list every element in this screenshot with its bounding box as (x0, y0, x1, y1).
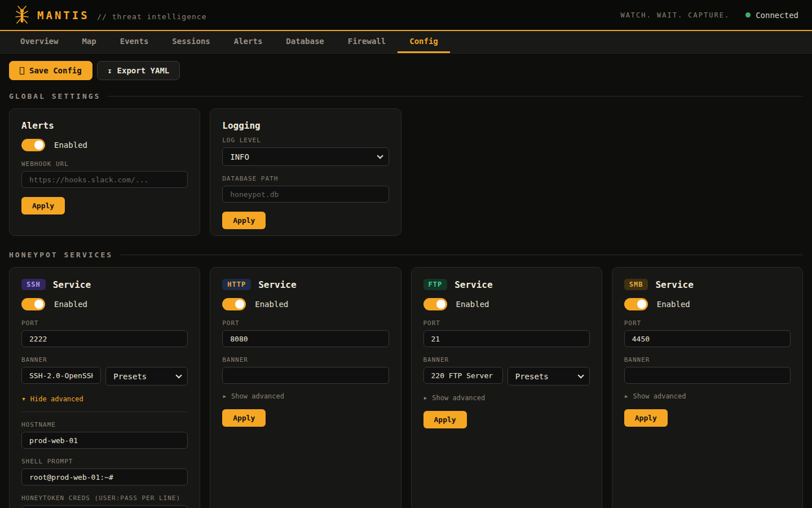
ftp-port-label: PORT (423, 319, 590, 327)
honeypot-services-title: HONEYPOT SERVICES (9, 251, 113, 259)
config-toolbar: Save Config ↧ Export YAML (9, 61, 803, 80)
mantis-logo-icon (15, 6, 29, 25)
global-settings-grid: Alerts Enabled WEBHOOK URL Apply Logging… (9, 108, 803, 236)
section-divider-line (120, 255, 803, 255)
alerts-enabled-label: Enabled (54, 141, 87, 150)
ftp-enabled-toggle[interactable] (423, 298, 447, 310)
ssh-enabled-toggle[interactable] (21, 298, 45, 310)
alerts-enabled-toggle[interactable] (21, 139, 45, 151)
triangle-right-icon: ▸ (624, 392, 629, 400)
ssh-service-card: SSH Service Enabled PORT BANNER Presets … (9, 267, 200, 508)
ssh-banner-label: BANNER (21, 356, 188, 364)
connection-status: Connected (745, 11, 798, 20)
triangle-right-icon: ▸ (222, 392, 227, 400)
tab-firewall[interactable]: Firewall (336, 31, 398, 53)
http-advanced-toggle[interactable]: ▸ Show advanced (222, 392, 389, 400)
log-level-value: INFO (230, 152, 249, 161)
toggle-knob (637, 300, 646, 309)
advanced-toggle-label: Show advanced (432, 394, 485, 402)
tab-config[interactable]: Config (398, 31, 450, 53)
logging-apply-button[interactable]: Apply (222, 212, 266, 229)
ssh-shell-prompt-label: SHELL PROMPT (21, 458, 188, 465)
alerts-card: Alerts Enabled WEBHOOK URL Apply (9, 108, 200, 236)
logging-card: Logging LOG LEVEL INFO DATABASE PATH App… (210, 108, 401, 236)
smb-enabled-toggle[interactable] (624, 298, 648, 310)
http-badge: HTTP (222, 279, 251, 290)
smb-banner-input[interactable] (624, 367, 791, 384)
smb-port-label: PORT (624, 319, 791, 327)
http-card-title: Service (258, 279, 296, 290)
tab-events[interactable]: Events (108, 31, 161, 53)
export-yaml-button[interactable]: ↧ Export YAML (97, 61, 180, 80)
smb-port-input[interactable] (624, 330, 791, 347)
honeypot-services-section-header: HONEYPOT SERVICES (9, 251, 803, 259)
export-yaml-label: Export YAML (117, 66, 170, 75)
ftp-banner-label: BANNER (423, 356, 590, 364)
advanced-toggle-label: Hide advanced (30, 395, 83, 403)
app-title: MANTIS (37, 9, 90, 21)
ssh-advanced-toggle[interactable]: ▾ Hide advanced (21, 395, 188, 403)
ssh-honeytoken-creds-label: HONEYTOKEN CREDS (USER:PASS PER LINE) (21, 494, 188, 502)
ssh-port-input[interactable] (21, 330, 188, 347)
ssh-banner-presets-select[interactable]: Presets (105, 367, 188, 386)
ftp-apply-button[interactable]: Apply (423, 411, 467, 428)
triangle-right-icon: ▸ (423, 393, 428, 402)
global-settings-title: GLOBAL SETTINGS (9, 92, 100, 100)
chevron-down-icon (577, 372, 584, 378)
alerts-card-title: Alerts (21, 120, 188, 131)
tab-overview[interactable]: Overview (8, 31, 70, 53)
chevron-down-icon (176, 372, 182, 378)
smb-apply-button[interactable]: Apply (624, 409, 668, 427)
http-port-input[interactable] (222, 330, 389, 347)
ftp-banner-input[interactable] (423, 367, 503, 384)
smb-enabled-label: Enabled (657, 300, 690, 309)
triangle-down-icon: ▾ (21, 395, 26, 403)
ssh-hostname-label: HOSTNAME (21, 421, 188, 428)
ssh-honeytoken-creds-textarea[interactable] (21, 505, 188, 508)
app-tagline: // threat intelligence (97, 12, 206, 21)
toggle-knob (436, 300, 445, 309)
ssh-port-label: PORT (21, 319, 188, 327)
ssh-badge: SSH (21, 279, 46, 290)
ftp-advanced-toggle[interactable]: ▸ Show advanced (423, 393, 590, 402)
status-label: Connected (756, 11, 798, 20)
tab-sessions[interactable]: Sessions (160, 31, 222, 53)
alerts-apply-button[interactable]: Apply (21, 197, 65, 214)
ftp-port-input[interactable] (423, 330, 590, 347)
ftp-card-title: Service (454, 279, 492, 290)
smb-advanced-toggle[interactable]: ▸ Show advanced (624, 392, 791, 400)
http-banner-input[interactable] (222, 367, 389, 384)
ftp-badge: FTP (423, 279, 448, 290)
smb-badge: SMB (624, 279, 648, 290)
toggle-knob (235, 300, 244, 309)
app-header: MANTIS // threat intelligence WATCH. WAI… (0, 0, 812, 31)
ftp-service-card: FTP Service Enabled PORT BANNER Presets … (411, 267, 602, 508)
tab-alerts[interactable]: Alerts (222, 31, 275, 53)
ssh-banner-input[interactable] (21, 367, 101, 384)
http-apply-button[interactable]: Apply (222, 409, 266, 427)
presets-label: Presets (515, 372, 549, 381)
status-dot-icon (745, 12, 751, 17)
section-divider-line (108, 96, 803, 97)
tab-map[interactable]: Map (70, 31, 108, 53)
save-config-button[interactable]: Save Config (9, 61, 92, 80)
database-path-input[interactable] (222, 186, 389, 203)
ssh-shell-prompt-input[interactable] (21, 468, 188, 485)
ssh-hostname-input[interactable] (21, 432, 188, 449)
http-enabled-toggle[interactable] (222, 298, 246, 310)
ftp-banner-presets-select[interactable]: Presets (508, 367, 590, 386)
config-page: Save Config ↧ Export YAML GLOBAL SETTING… (0, 54, 812, 508)
log-level-select[interactable]: INFO (222, 147, 389, 166)
http-enabled-label: Enabled (255, 300, 288, 309)
logging-card-title: Logging (222, 120, 389, 131)
http-banner-label: BANNER (222, 356, 389, 364)
global-settings-section-header: GLOBAL SETTINGS (9, 92, 803, 100)
webhook-url-label: WEBHOOK URL (21, 160, 188, 168)
header-motto: WATCH. WAIT. CAPTURE. (620, 11, 730, 19)
webhook-url-input[interactable] (21, 171, 188, 188)
tab-database[interactable]: Database (274, 31, 336, 53)
ssh-enabled-label: Enabled (54, 300, 87, 309)
smb-banner-label: BANNER (624, 356, 791, 364)
advanced-toggle-label: Show advanced (231, 392, 284, 400)
ssh-card-title: Service (53, 279, 91, 290)
